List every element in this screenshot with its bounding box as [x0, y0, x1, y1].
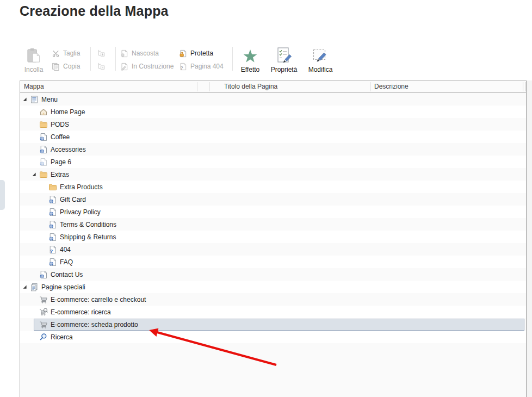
properties-button[interactable]: Proprietà: [269, 46, 299, 73]
folder-icon: [39, 170, 48, 179]
tree-row[interactable]: E-commerce: carrello e checkout: [20, 293, 526, 306]
tree-row[interactable]: Menu: [20, 93, 526, 106]
tree-row-body[interactable]: E-commerce: scheda prodotto: [34, 319, 524, 331]
tree-row-body[interactable]: E-commerce: ricerca: [34, 306, 524, 318]
page-question-icon: ?: [48, 245, 57, 254]
copy-button[interactable]: Copia: [52, 61, 80, 71]
edit-label: Modifica: [308, 66, 333, 73]
cut-label: Taglia: [63, 49, 80, 57]
tree-item-label: E-commerce: scheda prodotto: [51, 321, 138, 328]
tree-row[interactable]: Contact Us: [20, 268, 526, 281]
sitemap-tree: Menu Home Page PODS Coffee Accessories: [20, 93, 526, 397]
tree-row[interactable]: Home Page: [20, 106, 526, 118]
paste-button[interactable]: Incolla: [20, 46, 48, 73]
hidden-page-icon: [120, 49, 128, 58]
tree-row-body[interactable]: Shipping & Returns: [43, 231, 524, 243]
page-404-icon: ?: [179, 63, 187, 71]
edit-icon: [312, 46, 329, 64]
tree-row[interactable]: Privacy Policy: [20, 206, 526, 218]
tree-row-body[interactable]: E-commerce: carrello e checkout: [34, 294, 524, 306]
folder-icon: [39, 120, 48, 129]
paste-label: Incolla: [24, 66, 44, 73]
tree-row-body[interactable]: Menu: [24, 94, 524, 106]
tree-row-body[interactable]: Privacy Policy: [43, 206, 524, 218]
tree-row[interactable]: Accessories: [20, 143, 526, 156]
tree-row[interactable]: PODS: [20, 118, 526, 131]
scrollbar[interactable]: [523, 82, 523, 91]
tree-row-body[interactable]: Coffee: [34, 131, 524, 143]
cart-icon: [39, 295, 48, 304]
protected-page-label: Protetta: [190, 49, 213, 57]
tree-item-label: Coffee: [51, 133, 70, 141]
scrollbar[interactable]: [525, 82, 525, 91]
tree-row[interactable]: FAQ: [20, 256, 526, 268]
tree-item-label: Menu: [41, 96, 58, 103]
tree-row[interactable]: E-commerce: scheda prodotto: [20, 318, 526, 331]
under-construction-button[interactable]: In Costruzione: [120, 61, 174, 71]
indent-decrease-button[interactable]: [97, 61, 105, 71]
folder-icon: [48, 183, 57, 191]
tree-row[interactable]: Ricerca: [20, 331, 526, 343]
table-header: Mappa Titolo della Pagina Descrizione: [20, 80, 526, 93]
tree-item-label: Gift Card: [60, 196, 86, 203]
search-icon: [39, 333, 48, 342]
toolbar: Incolla Taglia Copia: [0, 35, 532, 80]
column-separator[interactable]: [197, 82, 197, 91]
indent-increase-button[interactable]: [97, 48, 105, 58]
tree-row-body[interactable]: Pagine speciali: [24, 281, 524, 293]
tree-row[interactable]: Page 6: [20, 156, 526, 168]
tree-row-body[interactable]: Accessories: [34, 144, 524, 156]
tree-row[interactable]: Pagine speciali: [20, 281, 526, 293]
svg-text:?: ?: [50, 247, 53, 253]
paste-icon: [26, 46, 42, 64]
tree-row-body[interactable]: Page 6: [34, 156, 524, 168]
page-404-label: Pagina 404: [190, 63, 224, 70]
tree-item-label: Page 6: [51, 158, 71, 166]
tree-row-body[interactable]: Terms & Conditions: [43, 219, 524, 231]
tree-row-body[interactable]: Contact Us: [34, 269, 524, 281]
toolbar-separator: [115, 47, 116, 71]
tree-row-body[interactable]: Extra Products: [43, 181, 524, 193]
tree-row[interactable]: ? 404: [20, 243, 526, 256]
properties-icon: [276, 46, 292, 64]
tree-row-body[interactable]: Extras: [34, 169, 524, 181]
column-header-titolo[interactable]: Titolo della Pagina: [224, 81, 277, 92]
hidden-page-label: Nascosta: [132, 49, 159, 57]
tree-item-label: E-commerce: carrello e checkout: [51, 296, 146, 303]
protected-page-button[interactable]: Protetta: [179, 48, 213, 58]
effect-label: Effetto: [241, 66, 259, 73]
cart-search-icon: [39, 308, 48, 317]
toolbar-separator: [90, 47, 91, 71]
tree-row[interactable]: Coffee: [20, 131, 526, 143]
tree-row-body[interactable]: Ricerca: [34, 331, 524, 343]
column-header-descrizione[interactable]: Descrizione: [374, 81, 409, 92]
hidden-page-button[interactable]: Nascosta: [120, 48, 159, 58]
page-404-button[interactable]: ? Pagina 404: [179, 61, 224, 71]
properties-label: Proprietà: [271, 66, 298, 73]
effect-button[interactable]: Effetto: [236, 46, 264, 73]
copy-label: Copia: [63, 63, 80, 70]
page-web-icon: [48, 195, 57, 204]
tree-row-body[interactable]: ? 404: [43, 244, 524, 256]
tree-row[interactable]: Gift Card: [20, 193, 526, 206]
tree-row-body[interactable]: Gift Card: [43, 194, 524, 206]
side-panel-handle[interactable]: [0, 180, 5, 210]
tree-row[interactable]: Shipping & Returns: [20, 231, 526, 243]
tree-item-label: Extras: [51, 171, 69, 178]
column-header-mappa[interactable]: Mappa: [24, 81, 44, 92]
cut-button[interactable]: Taglia: [52, 48, 80, 58]
tree-row-body[interactable]: FAQ: [43, 256, 524, 268]
column-separator[interactable]: [209, 82, 210, 91]
tree-item-label: 404: [60, 246, 71, 253]
cart-icon: [39, 320, 48, 329]
tree-row-body[interactable]: Home Page: [34, 106, 524, 118]
edit-button[interactable]: Modifica: [305, 46, 336, 73]
tree-row[interactable]: E-commerce: ricerca: [20, 306, 526, 318]
tree-row-body[interactable]: PODS: [34, 119, 524, 131]
tree-row[interactable]: Extra Products: [20, 181, 526, 193]
tree-item-label: Shipping & Returns: [60, 233, 116, 241]
tree-row[interactable]: Extras: [20, 168, 526, 181]
tree-item-label: Pagine speciali: [41, 283, 85, 291]
tree-row[interactable]: Terms & Conditions: [20, 218, 526, 231]
column-separator[interactable]: [370, 82, 371, 91]
